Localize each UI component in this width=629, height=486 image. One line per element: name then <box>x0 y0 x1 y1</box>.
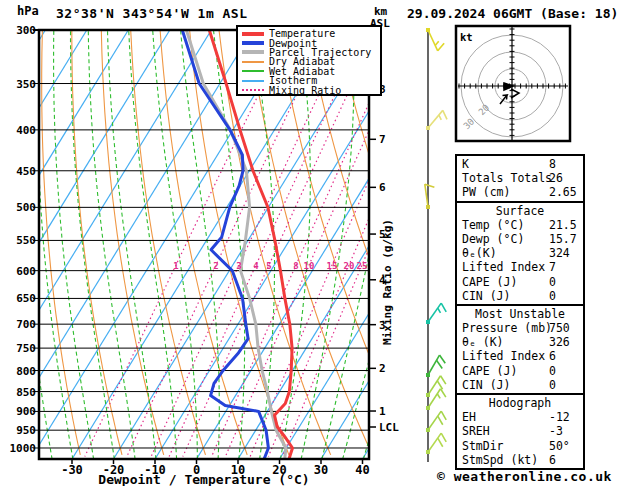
wind-barb-station-dot <box>426 320 430 324</box>
surface-thetae-row: θₑ(K)324 <box>457 246 583 260</box>
skewt-sounding-page: hPa 32°38'N 343°54'W 1m ASL 29.09.2024 0… <box>0 0 629 486</box>
surface-li-row: Lifted Index7 <box>457 260 583 274</box>
wind-barb <box>426 28 444 51</box>
index-label: Totals Totals <box>462 171 552 185</box>
pressure-tick-label: 1000 <box>10 442 37 455</box>
wind-barb <box>426 433 446 454</box>
index-value: 0 <box>549 275 556 289</box>
surface-temp-row: Temp (°C)21.5 <box>457 218 583 232</box>
wind-barb <box>426 389 446 410</box>
temp-tick-label: 40 <box>355 463 369 477</box>
index-value: 324 <box>549 246 570 260</box>
index-label: Pressure (mb) <box>462 321 552 335</box>
index-value: 8 <box>549 157 556 171</box>
wind-barb-station-dot <box>426 205 430 209</box>
km-tick-label: 6 <box>379 181 386 194</box>
wind-barb-station-dot <box>426 126 430 130</box>
legend-label: Dry Adiabat <box>269 57 335 66</box>
hodograph: 2030 <box>456 26 570 141</box>
index-value: 326 <box>549 335 570 349</box>
surface-dewp-row: Dewp (°C)15.7 <box>457 232 583 246</box>
index-label: θₑ(K) <box>462 246 497 260</box>
pressure-tick-label: 650 <box>16 292 36 305</box>
wind-barb-station-dot <box>426 450 430 454</box>
index-value: 6 <box>549 453 556 467</box>
wet-adiabat-line <box>153 30 198 459</box>
index-label: CAPE (J) <box>462 275 517 289</box>
index-value: 2.65 <box>549 185 577 199</box>
most-unstable-box: Most Unstable Pressure (mb)750 θₑ (K)326… <box>455 304 585 395</box>
isotherm-line-swatch <box>242 80 264 82</box>
index-value: -3 <box>549 424 563 438</box>
mu-pressure-row: Pressure (mb)750 <box>457 321 583 335</box>
wind-barb-station-dot <box>426 28 430 32</box>
mixing-ratio-value-label: 15 <box>327 261 338 271</box>
stability-indices-box: K8 Totals Totals26 PW (cm)2.65 <box>455 154 585 203</box>
mixing-ratio-value-label: 10 <box>304 261 315 271</box>
index-value: -12 <box>549 410 570 424</box>
legend-label: Temperature <box>269 29 335 38</box>
mixing-ratio-value-label: 4 <box>253 261 259 271</box>
pressure-tick-label: 450 <box>16 165 36 178</box>
index-label: Temp (°C) <box>462 218 524 232</box>
mu-cin-row: CIN (J)0 <box>457 378 583 392</box>
index-value: 15.7 <box>549 232 577 246</box>
mixing-ratio-value-label: 3 <box>236 261 241 271</box>
mixing-ratio-value-label: 20 <box>344 261 355 271</box>
index-value: 0 <box>549 289 556 303</box>
index-value: 0 <box>549 378 556 392</box>
wind-barb <box>426 110 447 130</box>
parcel-line-swatch <box>242 50 264 54</box>
stmspd-row: StmSpd (kt)6 <box>457 453 583 467</box>
lcl-label: LCL <box>379 421 399 434</box>
hodograph-wind-vector <box>507 95 508 100</box>
dewpoint-line-swatch <box>242 41 264 45</box>
indices-panel: K8 Totals Totals26 PW (cm)2.65 Surface T… <box>455 154 585 470</box>
mixing-ratio-value-label: 2 <box>213 261 218 271</box>
index-value: 26 <box>549 171 563 185</box>
index-label: Dewp (°C) <box>462 232 524 246</box>
legend-box: Temperature Dewpoint Parcel Trajectory D… <box>236 25 382 96</box>
index-label: PW (cm) <box>462 185 510 199</box>
index-value: 50° <box>549 439 570 453</box>
legend-label: Isotherm <box>269 76 317 85</box>
index-row-k: K8 <box>457 157 583 171</box>
pressure-tick-label: 400 <box>16 124 36 137</box>
legend-label: Mixing Ratio <box>269 86 341 95</box>
index-value: 6 <box>549 349 556 363</box>
temp-tick-label: -30 <box>61 463 83 477</box>
legend-item-isotherm: Isotherm <box>242 76 380 85</box>
mu-cape-row: CAPE (J)0 <box>457 364 583 378</box>
wind-barb <box>426 303 446 324</box>
pressure-tick-label: 750 <box>16 342 36 355</box>
index-value: 750 <box>549 321 570 335</box>
index-label: StmSpd (kt) <box>462 453 538 467</box>
temp-tick-label: 30 <box>314 463 328 477</box>
km-tick-label: 7 <box>379 133 386 146</box>
km-tick-label: 2 <box>379 362 386 375</box>
mixing-ratio-value-label: 25 <box>357 261 368 271</box>
eh-row: EH-12 <box>457 410 583 424</box>
mixing-ratio-line-swatch <box>242 89 264 91</box>
index-label: EH <box>462 410 476 424</box>
mixing-ratio-axis-label: Mixing Ratio (g/kg) <box>381 219 394 345</box>
km-tick-label: 1 <box>379 405 386 418</box>
index-label: CIN (J) <box>462 378 510 392</box>
index-label: CIN (J) <box>462 289 510 303</box>
mixing-ratio-value-label: 1 <box>173 261 178 271</box>
index-label: CAPE (J) <box>462 364 517 378</box>
surface-cin-row: CIN (J)0 <box>457 289 583 303</box>
mixing-ratio-value-label: 8 <box>293 261 298 271</box>
pressure-tick-label: 500 <box>16 201 36 214</box>
surface-header: Surface <box>457 204 583 218</box>
index-value: 21.5 <box>549 218 577 232</box>
legend-item-temperature: Temperature <box>242 29 380 38</box>
wet-adiabat-line <box>54 30 94 459</box>
temperature-line-swatch <box>242 32 264 36</box>
surface-box: Surface Temp (°C)21.5 Dewp (°C)15.7 θₑ(K… <box>455 201 585 306</box>
index-label: Lifted Index <box>462 349 545 363</box>
most-unstable-header: Most Unstable <box>457 307 583 321</box>
legend-item-mixing-ratio: Mixing Ratio <box>242 85 380 94</box>
surface-cape-row: CAPE (J)0 <box>457 275 583 289</box>
pressure-tick-label: 550 <box>16 234 36 247</box>
